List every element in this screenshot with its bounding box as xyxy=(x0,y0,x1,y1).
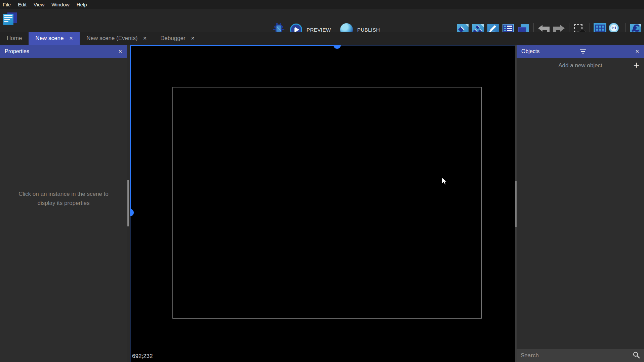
objects-search-bar xyxy=(517,349,644,362)
close-properties-icon[interactable]: ✕ xyxy=(118,48,122,55)
cursor-coordinates: 692;232 xyxy=(132,353,153,360)
add-object-row[interactable]: Add a new object + xyxy=(517,58,644,73)
menu-help[interactable]: Help xyxy=(77,2,87,7)
menu-file[interactable]: File xyxy=(3,2,11,7)
menu-bar: File Edit View Window Help xyxy=(0,0,644,9)
mouse-cursor-icon xyxy=(442,177,449,187)
objects-panel: Objects ✕ Add a new object + xyxy=(517,45,644,362)
canvas-hscrollbar-thumb[interactable] xyxy=(333,45,341,49)
properties-panel-header: Properties ✕ xyxy=(0,45,127,58)
scene-editor-area: Properties ✕ Click on an instance in the… xyxy=(0,45,644,362)
publish-button[interactable]: PUBLISH xyxy=(357,27,380,33)
objects-search-input[interactable] xyxy=(521,352,633,359)
tab-new-scene[interactable]: New scene ✕ xyxy=(29,32,80,45)
search-icon[interactable] xyxy=(633,351,640,360)
preview-button[interactable]: PREVIEW xyxy=(307,27,331,33)
objects-panel-header: Objects ✕ xyxy=(517,45,644,58)
plus-icon[interactable]: + xyxy=(633,59,639,71)
tab-home[interactable]: Home xyxy=(0,32,29,45)
main-toolbar: PREVIEW PUBLISH xyxy=(0,9,644,32)
scene-window-frame xyxy=(172,87,482,319)
canvas-vscrollbar-thumb[interactable] xyxy=(130,209,134,216)
canvas-hscrollbar-track[interactable] xyxy=(340,45,515,46)
properties-panel-title: Properties xyxy=(5,48,29,55)
menu-window[interactable]: Window xyxy=(51,2,69,7)
menu-view[interactable]: View xyxy=(34,2,44,7)
canvas-vscrollbar-track[interactable] xyxy=(130,213,131,362)
project-manager-button[interactable] xyxy=(3,12,17,26)
tab-debugger[interactable]: Debugger ✕ xyxy=(154,32,201,45)
properties-empty-hint: Click on an instance in the scene to dis… xyxy=(0,189,127,208)
scene-canvas[interactable]: 692;232 xyxy=(130,45,515,362)
filter-icon[interactable] xyxy=(580,49,586,53)
close-tab-icon[interactable]: ✕ xyxy=(69,36,73,41)
menu-edit[interactable]: Edit xyxy=(18,2,27,7)
add-object-label: Add a new object xyxy=(558,62,602,69)
objects-panel-title: Objects xyxy=(521,48,539,55)
left-panel-splitter[interactable] xyxy=(127,45,130,362)
close-tab-icon[interactable]: ✕ xyxy=(143,36,147,41)
gdevelop-window: File Edit View Window Help xyxy=(0,0,644,362)
editor-tab-bar: Home New scene ✕ New scene (Events) ✕ De… xyxy=(0,32,644,45)
close-tab-icon[interactable]: ✕ xyxy=(191,36,195,41)
properties-panel: Properties ✕ Click on an instance in the… xyxy=(0,45,127,362)
close-objects-icon[interactable]: ✕ xyxy=(635,48,639,55)
tab-new-scene-events[interactable]: New scene (Events) ✕ xyxy=(80,32,154,45)
